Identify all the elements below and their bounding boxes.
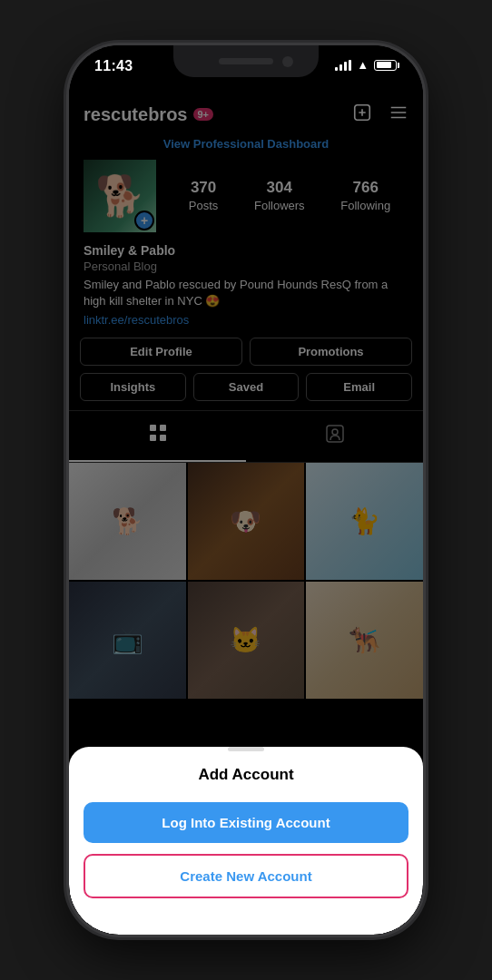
signal-icon [335,60,351,71]
status-time: 11:43 [94,58,133,74]
bottom-sheet-title: Add Account [69,766,423,784]
status-icons: ▲ [335,58,399,72]
bottom-sheet: Add Account Log Into Existing Account Cr… [69,747,423,935]
wifi-icon: ▲ [357,58,369,72]
create-new-account-button[interactable]: Create New Account [84,854,408,898]
log-in-existing-account-button[interactable]: Log Into Existing Account [84,802,408,843]
notch [173,45,319,77]
home-indicator [192,921,300,926]
bottom-sheet-handle [228,747,264,751]
battery-icon [374,60,399,71]
bottom-sheet-wrapper: Add Account Log Into Existing Account Cr… [69,738,423,935]
